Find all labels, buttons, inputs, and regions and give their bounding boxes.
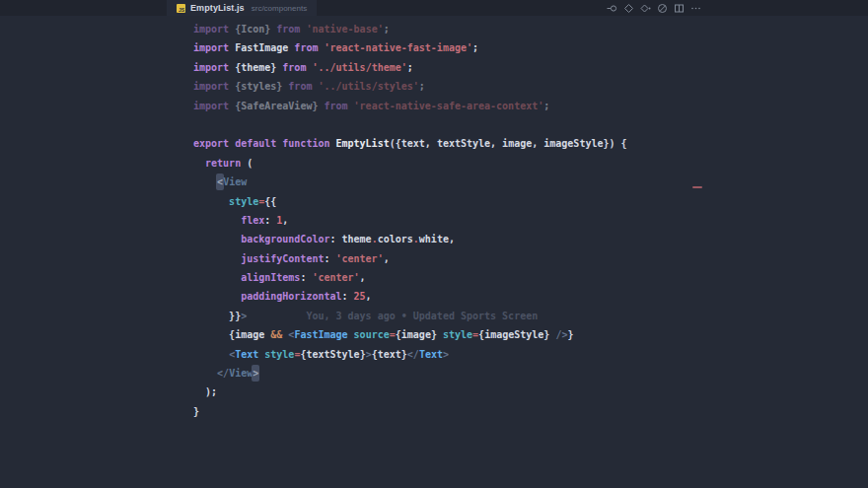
code-token-pun: } (276, 81, 288, 92)
code-token-pun: : (264, 215, 276, 226)
code-line[interactable]: style={{ (0, 192, 868, 211)
code-token-attr: style (193, 196, 258, 207)
code-token-id: FastImage (229, 42, 294, 53)
code-line[interactable]: <Text style={textStyle}>{text}</Text> (0, 345, 868, 364)
code-token-kw: backgroundColor (193, 234, 329, 244)
code-token-ab: /> (549, 329, 567, 340)
code-line[interactable]: <View (0, 173, 868, 191)
code-token-kw: flex (193, 215, 264, 226)
code-area[interactable]: import {Icon} from 'native-base';import … (0, 20, 868, 421)
code-line[interactable]: } (0, 402, 868, 421)
code-line[interactable]: import {SafeAreaView} from 'react-native… (0, 97, 868, 115)
code-token-tag: FastImage (294, 329, 347, 340)
code-token-pun: {{ (264, 196, 276, 207)
red-dash-marker (692, 186, 702, 188)
code-line[interactable]: {image && <FastImage source={image} styl… (0, 325, 868, 344)
code-line[interactable]: </View> (0, 364, 868, 383)
code-line[interactable]: backgroundColor: theme.colors.white, (0, 230, 868, 248)
code-token-tag: Text (235, 349, 258, 360)
code-token-pun: : (329, 234, 341, 244)
code-token-kw: from (294, 42, 318, 53)
code-token-kw: import (193, 42, 229, 53)
code-token-pun: , (384, 253, 390, 264)
code-token-pun: { (229, 62, 241, 73)
code-token-pun: : (342, 291, 354, 302)
code-token-kw: return (193, 158, 241, 169)
code-token-pun: , (490, 138, 502, 149)
code-line[interactable]: import {styles} from '../utils/styles'; (0, 77, 868, 96)
code-token-pun: } (264, 24, 276, 35)
code-token-pun: { (193, 329, 235, 340)
diamond-icon[interactable] (623, 3, 634, 14)
code-token-pun: { (229, 81, 241, 92)
code-line[interactable]: alignItems: 'center', (0, 268, 868, 287)
code-token-id: textStyle (437, 138, 490, 149)
code-token-tag: Text (419, 349, 443, 360)
code-token-pun: : (324, 253, 335, 264)
file-tab[interactable]: JS EmptyList.js src/components (167, 0, 317, 16)
code-token-pun: ); (193, 386, 217, 397)
code-token-id: styles (241, 81, 276, 92)
code-token-pun: ; (543, 101, 549, 111)
code-token-pun: }} (193, 311, 241, 321)
more-actions-icon[interactable] (690, 3, 701, 14)
circle-slash-icon[interactable] (657, 3, 668, 14)
code-token-kw: export default function (193, 138, 336, 149)
code-token-pun: ; (407, 62, 413, 73)
code-token-ab: > (252, 365, 259, 382)
code-line[interactable]: justifyContent: 'center', (0, 249, 868, 268)
code-token-pun: { (229, 24, 241, 35)
code-token-id: text (378, 349, 401, 360)
code-token-str: 'center' (312, 272, 359, 283)
code-line[interactable]: return ( (0, 154, 868, 173)
code-token-pun: ; (384, 24, 390, 35)
code-token-id: colors (378, 234, 413, 244)
code-line[interactable] (0, 115, 868, 134)
code-line[interactable]: paddingHorizontal: 25, (0, 287, 868, 306)
js-file-icon: JS (177, 4, 185, 13)
code-line[interactable]: export default function EmptyList({text,… (0, 134, 868, 153)
code-token-fn: EmptyList (336, 138, 390, 149)
code-token-str: 'center' (336, 253, 384, 264)
code-token-pun: } (312, 101, 324, 111)
code-token-pun: , (425, 138, 437, 149)
code-token-pun: ({ (390, 138, 401, 149)
file-tab-label: EmptyList.js (190, 3, 245, 13)
code-token-pun: ; (472, 42, 478, 53)
code-token-pun: , (532, 138, 543, 149)
code-token-pun: ( (241, 158, 253, 169)
code-token-ab: > (443, 349, 449, 360)
code-token-kw: from (276, 24, 300, 35)
line-circle-icon[interactable] (607, 3, 617, 14)
code-line[interactable]: }}> You, 3 days ago • Updated Sports Scr… (0, 307, 868, 325)
code-line[interactable]: import FastImage from 'react-native-fast… (0, 38, 868, 57)
code-token-id: theme (241, 62, 270, 73)
code-token-pun: } (193, 406, 199, 417)
breadcrumb: src/components (252, 4, 307, 13)
code-token-pun: , (360, 272, 366, 283)
code-line[interactable]: ); (0, 383, 868, 401)
split-editor-icon[interactable] (674, 3, 685, 14)
code-token-attr: source (348, 329, 390, 340)
code-token-pun: { (229, 101, 241, 111)
code-token-kw: alignItems (193, 272, 300, 283)
code-token-ab: </ (407, 349, 419, 360)
diamond-dot-icon[interactable] (640, 3, 651, 14)
code-token-pun: } (567, 329, 573, 340)
code-token-id: white (419, 234, 449, 244)
code-line[interactable]: import {Icon} from 'native-base'; (0, 20, 868, 38)
code-token-pun (193, 349, 229, 360)
code-line[interactable]: import {theme} from '../utils/theme'; (0, 58, 868, 77)
code-line[interactable]: flex: 1, (0, 211, 868, 230)
editor-topbar: JS EmptyList.js src/components (0, 0, 868, 16)
code-token-kw: import (193, 101, 229, 111)
code-token-pun: ; (419, 81, 425, 92)
code-token-kw: justifyContent (193, 253, 324, 264)
code-token-kw: from (282, 62, 306, 73)
code-token-str: 'native-base' (300, 24, 383, 35)
code-token-tagdim: View (229, 368, 253, 379)
code-token-id: textStyle (306, 349, 359, 360)
code-token-kw: from (288, 81, 312, 92)
code-token-kw: import (193, 24, 229, 35)
code-token-pun: , (282, 215, 288, 226)
